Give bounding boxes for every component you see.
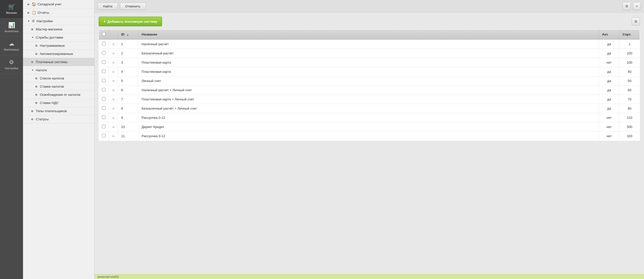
nav-item-marketplace[interactable]: ☁ Marketplace <box>0 37 23 55</box>
row-name-cell: Личный счет <box>139 76 599 86</box>
marketplace-label: Marketplace <box>4 48 19 51</box>
row-checkbox-cell <box>99 86 109 95</box>
drag-handle-icon[interactable]: ≡ <box>112 79 114 83</box>
analytics-label: Аналитика <box>5 30 18 33</box>
row-id-cell[interactable]: 7 <box>118 95 139 104</box>
row-checkbox[interactable] <box>102 42 106 45</box>
row-id-cell[interactable]: 5 <box>118 76 139 86</box>
sidebar-item-custom-delivery[interactable]: Настраиваемые <box>23 42 94 50</box>
row-checkbox[interactable] <box>102 125 106 128</box>
row-sort-cell: 100 <box>619 49 640 58</box>
row-drag-cell: ≡ <box>109 104 118 113</box>
shop-label: Магазин <box>6 11 17 15</box>
sidebar-item-tax-rates[interactable]: Ставки налогов <box>23 83 94 91</box>
row-checkbox[interactable] <box>102 88 106 91</box>
nav-item-analytics[interactable]: 📊 Аналитика <box>0 18 23 37</box>
row-checkbox[interactable] <box>102 134 106 137</box>
drag-handle-icon[interactable]: ≡ <box>112 125 114 129</box>
drag-handle-icon[interactable]: ≡ <box>112 97 114 101</box>
sidebar-label: Настройки <box>37 19 53 23</box>
bullet-icon <box>31 61 33 63</box>
row-id-cell[interactable]: 9 <box>118 113 139 122</box>
row-drag-cell: ≡ <box>109 132 118 141</box>
row-checkbox[interactable] <box>102 69 106 73</box>
row-name-cell: Безналичный расчёт <box>139 49 599 58</box>
row-id-cell[interactable]: 4 <box>118 67 139 76</box>
row-id-cell[interactable]: 1 <box>118 39 139 49</box>
row-name-cell: Пластиковая карта + Личный счет <box>139 95 599 104</box>
sidebar-item-reports[interactable]: ▶📋Отчёты <box>23 8 94 17</box>
row-drag-cell: ≡ <box>109 95 118 104</box>
sidebar-item-tax-list[interactable]: Список налогов <box>23 74 94 83</box>
table-row: ≡ 6 Наличный расчет + Личный счет да 60 <box>99 86 640 95</box>
row-act-cell: да <box>599 39 619 49</box>
row-act-cell: да <box>599 76 619 86</box>
row-id-cell[interactable]: 11 <box>118 132 139 141</box>
row-checkbox-cell <box>99 122 109 132</box>
sidebar-label: Настраиваемые <box>40 44 65 48</box>
bullet-icon <box>35 94 37 96</box>
sidebar-label: Налоги <box>36 68 47 72</box>
sidebar-item-statuses[interactable]: Статусы <box>23 115 94 123</box>
sidebar: ▶🏠Складской учет▶📋Отчёты▼⚙НастройкиМасте… <box>23 0 95 279</box>
row-checkbox[interactable] <box>102 97 106 101</box>
sidebar-item-shop-wizard[interactable]: Мастер магазина <box>23 25 94 33</box>
select-all-checkbox[interactable] <box>102 32 106 36</box>
drag-handle-icon[interactable]: ≡ <box>112 42 114 46</box>
table-row: ≡ 5 Личный счет да 50 <box>99 76 640 86</box>
cancel-button[interactable]: Отменить <box>120 3 146 10</box>
drag-handle-icon[interactable]: ≡ <box>112 88 114 92</box>
row-checkbox[interactable] <box>102 60 106 64</box>
row-checkbox[interactable] <box>102 115 106 119</box>
sidebar-label: Типы плательщиков <box>36 109 67 113</box>
drag-handle-icon[interactable]: ≡ <box>112 134 114 138</box>
add-icon-button[interactable]: + <box>633 2 641 10</box>
table-row: ≡ 1 Наличный расчёт да 1 <box>99 39 640 49</box>
shop-icon: 🛒 <box>8 4 15 10</box>
drag-handle-icon[interactable]: ≡ <box>112 107 114 111</box>
sidebar-item-tax-exempt[interactable]: Освобождение от налогов <box>23 91 94 99</box>
reports-icon: 📋 <box>32 10 36 15</box>
row-checkbox[interactable] <box>102 51 106 55</box>
nav-item-shop[interactable]: 🛒 Магазин <box>0 0 23 18</box>
row-name-cell: Пластиковая карта <box>139 58 599 67</box>
drag-handle-icon[interactable]: ≡ <box>112 116 114 120</box>
sidebar-item-delivery[interactable]: ▼Службы доставки <box>23 33 94 42</box>
row-checkbox-cell <box>99 113 109 122</box>
row-drag-cell: ≡ <box>109 113 118 122</box>
sidebar-item-warehouse[interactable]: ▶🏠Складской учет <box>23 0 94 8</box>
table-body: ≡ 1 Наличный расчёт да 1 ≡ 2 Безналичный… <box>99 39 640 141</box>
row-name-cell: Безналичный расчёт + Личный счет <box>139 104 599 113</box>
row-checkbox[interactable] <box>102 106 106 110</box>
arrow-collapsed-icon: ▶ <box>27 11 30 14</box>
sidebar-item-auto-delivery[interactable]: Автоматизированные <box>23 50 94 58</box>
th-drag <box>109 30 118 40</box>
drag-handle-icon[interactable]: ≡ <box>112 61 114 65</box>
sidebar-item-payer-types[interactable]: Типы плательщиков <box>23 107 94 115</box>
sidebar-item-vat-rates[interactable]: Ставки НДС <box>23 99 94 107</box>
nav-item-settings[interactable]: ⚙ Настройки <box>0 55 23 74</box>
add-payment-button[interactable]: + Добавить платежную систему <box>99 17 162 26</box>
row-id-cell[interactable]: 3 <box>118 58 139 67</box>
row-sort-cell: 500 <box>619 122 640 132</box>
sidebar-label: Отчёты <box>38 11 49 15</box>
row-id-cell[interactable]: 6 <box>118 86 139 95</box>
th-id[interactable]: ID ▲ <box>118 30 139 40</box>
row-id-cell[interactable]: 10 <box>118 122 139 132</box>
icon-nav: 🛒 Магазин 📊 Аналитика ☁ Marketplace ⚙ На… <box>0 0 23 279</box>
arrow-collapsed-icon: ▶ <box>27 3 30 6</box>
find-button[interactable]: Найти <box>98 3 118 10</box>
row-sort-cell: 100 <box>619 132 640 141</box>
drag-handle-icon[interactable]: ≡ <box>112 70 114 74</box>
row-id-cell[interactable]: 2 <box>118 49 139 58</box>
sidebar-item-payment-systems[interactable]: Платежные системы <box>23 58 94 66</box>
drag-handle-icon[interactable]: ≡ <box>112 51 114 55</box>
row-drag-cell: ≡ <box>109 67 118 76</box>
sidebar-item-settings[interactable]: ▼⚙Настройки <box>23 17 94 25</box>
table-settings-button[interactable]: ⚙ <box>632 17 640 26</box>
row-name-cell: Рассрочка 0-12 <box>139 132 599 141</box>
row-checkbox[interactable] <box>102 79 106 82</box>
sidebar-item-taxes[interactable]: ▼Налоги <box>23 66 94 74</box>
settings-icon-button[interactable]: ⚙ <box>623 2 631 10</box>
row-id-cell[interactable]: 8 <box>118 104 139 113</box>
